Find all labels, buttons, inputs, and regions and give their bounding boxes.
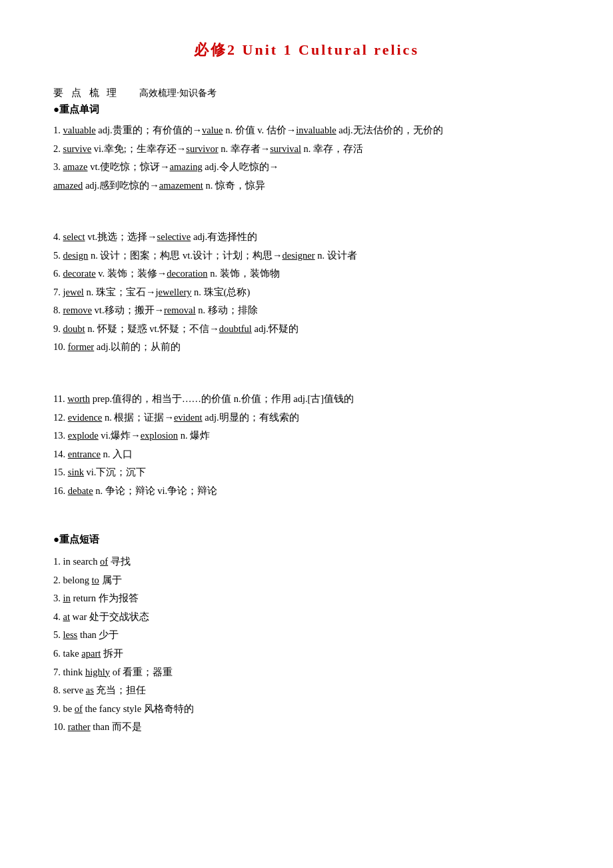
list-item: 6. take apart 拆开: [53, 645, 560, 663]
page-title: 必修2 Unit 1 Cultural relics: [53, 40, 560, 60]
word-list-2: 4. select vt.挑选；选择→selective adj.有选择性的 5…: [53, 228, 560, 357]
key-phrases-label: ●重点短语: [53, 533, 560, 546]
list-item: 10. rather than 而不是: [53, 718, 560, 737]
list-item: 2. belong to 属于: [53, 571, 560, 590]
list-item: 9. be of the fancy style 风格奇特的: [53, 700, 560, 719]
list-item: 8. remove vt.移动；搬开→removal n. 移动；排除: [53, 301, 560, 320]
list-item: 8. serve as 充当；担任: [53, 681, 560, 700]
key-words-label: ●重点单词: [53, 103, 560, 116]
list-item: 1. valuable adj.贵重的；有价值的→value n. 价值 v. …: [53, 121, 560, 140]
phrase-list: 1. in search of 寻找 2. belong to 属于 3. in…: [53, 553, 560, 736]
list-item: 12. evidence n. 根据；证据→evident adj.明显的；有线…: [53, 409, 560, 427]
main-label: 要 点 梳 理: [53, 87, 119, 99]
list-item: 6. decorate v. 装饰；装修→decoration n. 装饰，装饰…: [53, 265, 560, 283]
list-item: 2. survive vi.幸免;；生幸存还→survivor n. 幸存者→s…: [53, 140, 560, 159]
list-item: 7. think highly of 看重；器重: [53, 663, 560, 682]
list-item: 4. select vt.挑选；选择→selective adj.有选择性的: [53, 228, 560, 247]
list-item: 16. debate n. 争论；辩论 vi.争论；辩论: [53, 482, 560, 501]
section-header: 要 点 梳 理 高效梳理·知识备考: [53, 87, 560, 99]
list-item: 11. worth prep.值得的，相当于……的价值 n.价值；作用 adj.…: [53, 390, 560, 409]
list-item: 3. in return 作为报答: [53, 589, 560, 608]
list-item: 15. sink vi.下沉；沉下: [53, 463, 560, 482]
word-list-3: 11. worth prep.值得的，相当于……的价值 n.价值；作用 adj.…: [53, 390, 560, 500]
list-item: 7. jewel n. 珠宝；宝石→jewellery n. 珠宝(总称): [53, 283, 560, 302]
list-item: 5. less than 少于: [53, 626, 560, 645]
word-list: 1. valuable adj.贵重的；有价值的→value n. 价值 v. …: [53, 121, 560, 195]
list-item: 4. at war 处于交战状态: [53, 608, 560, 627]
list-item: 13. explode vi.爆炸→explosion n. 爆炸: [53, 427, 560, 445]
list-item: 14. entrance n. 入口: [53, 445, 560, 464]
list-item: amazed adj.感到吃惊的→amazement n. 惊奇，惊异: [53, 177, 560, 195]
list-item: 10. former adj.以前的；从前的: [53, 338, 560, 357]
list-item: 1. in search of 寻找: [53, 553, 560, 571]
list-item: 3. amaze vt.使吃惊；惊讶→amazing adj.令人吃惊的→: [53, 158, 560, 177]
list-item: 9. doubt n. 怀疑；疑惑 vt.怀疑；不信→doubtful adj.…: [53, 320, 560, 339]
sub-label: 高效梳理·知识备考: [139, 87, 217, 99]
list-item: 5. design n. 设计；图案；构思 vt.设计；计划；构思→design…: [53, 247, 560, 265]
